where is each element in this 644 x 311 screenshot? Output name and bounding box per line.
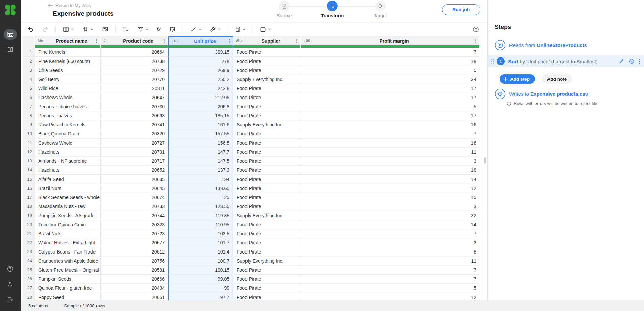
cell-profit-margin[interactable]: 16 — [301, 139, 480, 148]
cell-unit-price[interactable]: 99 — [168, 284, 233, 293]
sort-step[interactable]: 1 Sort by 'Unit price' (Largest to Small… — [488, 55, 644, 67]
sidebar-item-logout[interactable] — [4, 294, 17, 305]
cell-product-code[interactable]: 20323 — [101, 220, 168, 229]
cell-profit-margin[interactable]: 8 — [301, 247, 480, 257]
cell-product-name[interactable]: Almonds - NP supreme — [35, 157, 101, 166]
cell-unit-price[interactable]: 278 — [168, 57, 233, 66]
cell-product-name[interactable]: Hazelnuts — [35, 148, 101, 157]
row-number[interactable]: 1 — [23, 48, 35, 57]
cell-product-code[interactable]: 20531 — [101, 266, 168, 275]
disable-step-button[interactable] — [629, 58, 635, 64]
cell-unit-price[interactable]: 161.6 — [168, 120, 233, 129]
cell-product-code[interactable]: 20635 — [101, 175, 168, 184]
cell-product-code[interactable]: 20434 — [101, 284, 168, 293]
edit-step-button[interactable] — [618, 58, 624, 64]
cell-profit-margin[interactable]: 3 — [301, 202, 480, 211]
cell-profit-margin[interactable]: 12 — [301, 293, 480, 300]
validate-menu-button[interactable] — [188, 25, 203, 34]
parabola-logo-icon[interactable] — [5, 5, 16, 15]
cell-supplier[interactable]: Food Pirate — [233, 275, 301, 284]
cell-unit-price[interactable]: 100.7 — [168, 257, 233, 266]
cell-supplier[interactable]: Food Pirate — [233, 184, 301, 193]
cell-supplier[interactable]: Food Pirate — [233, 229, 301, 238]
row-number[interactable]: 6 — [23, 93, 35, 102]
cell-profit-margin[interactable]: 16 — [301, 120, 480, 129]
column-menu-icon[interactable] — [473, 38, 478, 44]
row-number[interactable]: 10 — [23, 129, 35, 139]
cell-product-name[interactable]: Hazelnuts — [35, 166, 101, 175]
row-number[interactable]: 18 — [23, 202, 35, 211]
cell-product-code[interactable]: 20756 — [101, 257, 168, 266]
cell-product-code[interactable]: 20652 — [101, 166, 168, 175]
row-number[interactable]: 24 — [23, 257, 35, 266]
cell-product-code[interactable]: 20736 — [101, 102, 168, 111]
cell-product-code[interactable]: 20677 — [101, 238, 168, 247]
row-number[interactable]: 11 — [23, 139, 35, 148]
cell-product-name[interactable]: Black Sesame Seeds - whole — [35, 193, 101, 202]
step-transform[interactable]: Transform — [321, 1, 344, 18]
cell-supplier[interactable]: Food Pirate — [233, 48, 301, 57]
cell-unit-price[interactable]: 119.85 — [168, 211, 233, 220]
cell-product-name[interactable]: Raw Pistachio Kernels — [35, 120, 101, 129]
cell-product-name[interactable]: Pine Kernels — [35, 48, 101, 57]
row-number[interactable]: 26 — [23, 275, 35, 284]
cell-profit-margin[interactable]: 12 — [301, 184, 480, 193]
cell-product-code[interactable]: 20664 — [101, 48, 168, 57]
row-number[interactable]: 25 — [23, 266, 35, 275]
cell-profit-margin[interactable]: 3 — [301, 238, 480, 247]
cell-unit-price[interactable]: 97.7 — [168, 293, 233, 300]
row-number[interactable]: 14 — [23, 166, 35, 175]
drag-handle-icon[interactable] — [491, 59, 494, 64]
cell-product-name[interactable]: Walnut Halves - Extra Light — [35, 238, 101, 247]
lookup-button[interactable] — [167, 25, 178, 34]
row-number[interactable]: 2 — [23, 57, 35, 66]
row-number[interactable]: 16 — [23, 184, 35, 193]
cell-profit-margin[interactable]: 11 — [301, 257, 480, 266]
sidebar-item-docs[interactable] — [4, 44, 17, 55]
cell-unit-price[interactable]: 134 — [168, 175, 233, 184]
cell-unit-price[interactable]: 99.05 — [168, 275, 233, 284]
cell-supplier[interactable]: Food Pirate — [233, 102, 301, 111]
cell-product-name[interactable]: Gluten-Free Muesli - Original — [35, 266, 101, 275]
column-header-supplier[interactable]: AbcSupplier — [233, 36, 301, 45]
cell-product-name[interactable]: Brazil Nuts — [35, 229, 101, 238]
cell-product-code[interactable]: 20770 — [101, 75, 168, 84]
redo-button[interactable] — [40, 25, 51, 34]
cell-product-code[interactable]: 20647 — [101, 93, 168, 102]
cell-unit-price[interactable]: 147.5 — [168, 157, 233, 166]
cell-unit-price[interactable]: 250.2 — [168, 75, 233, 84]
cell-supplier[interactable]: Food Pirate — [233, 84, 301, 93]
cell-profit-margin[interactable]: 7 — [301, 275, 480, 284]
cell-product-code[interactable]: 20744 — [101, 211, 168, 220]
cell-profit-margin[interactable]: 17 — [301, 84, 480, 93]
column-menu-icon[interactable] — [294, 38, 299, 44]
cell-profit-margin[interactable]: 7 — [301, 266, 480, 275]
cell-unit-price[interactable]: 206.8 — [168, 102, 233, 111]
cell-product-name[interactable]: Chia Seeds — [35, 66, 101, 75]
tools-menu-button[interactable] — [207, 25, 223, 34]
row-number[interactable]: 12 — [23, 148, 35, 157]
column-header-profit-margin[interactable]: .00Profit margin — [301, 36, 480, 45]
row-number[interactable]: 4 — [23, 75, 35, 84]
cell-supplier[interactable]: Supply Everything Inc. — [233, 75, 301, 84]
cell-product-name[interactable]: Black Quinoa Grain — [35, 129, 101, 139]
cell-product-name[interactable]: Pecans - halves — [35, 111, 101, 120]
row-number[interactable]: 27 — [23, 284, 35, 293]
row-number[interactable]: 20 — [23, 220, 35, 229]
sidebar-item-help[interactable] — [4, 263, 17, 274]
undo-button[interactable] — [25, 25, 36, 34]
cell-unit-price[interactable]: 269.9 — [168, 66, 233, 75]
cell-profit-margin[interactable]: 5 — [301, 66, 480, 75]
cell-supplier[interactable]: Food Pirate — [233, 284, 301, 293]
cell-unit-price[interactable]: 309.15 — [168, 48, 233, 57]
cell-product-code[interactable]: 20320 — [101, 129, 168, 139]
cell-product-code[interactable]: 20663 — [101, 111, 168, 120]
cell-supplier[interactable]: Food Pirate — [233, 66, 301, 75]
cell-unit-price[interactable]: 100.15 — [168, 266, 233, 275]
row-number[interactable]: 19 — [23, 211, 35, 220]
cell-supplier[interactable]: Food Pirate — [233, 193, 301, 202]
cell-profit-margin[interactable]: 7 — [301, 229, 480, 238]
row-number[interactable]: 28 — [23, 293, 35, 300]
add-note-button[interactable]: Add note — [542, 74, 572, 84]
cell-product-code[interactable]: 20733 — [101, 202, 168, 211]
